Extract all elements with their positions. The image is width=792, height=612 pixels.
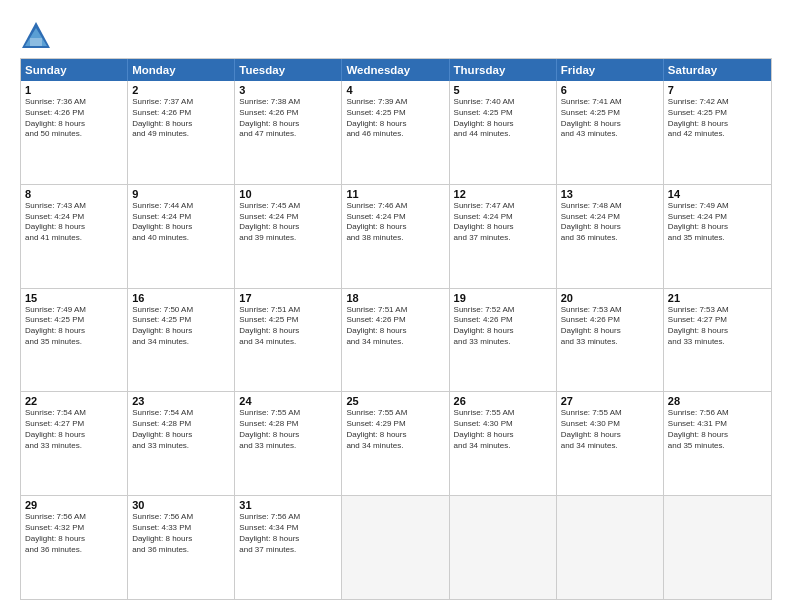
calendar-cell: 9Sunrise: 7:44 AM Sunset: 4:24 PM Daylig…: [128, 185, 235, 288]
calendar-cell: 7Sunrise: 7:42 AM Sunset: 4:25 PM Daylig…: [664, 81, 771, 184]
day-number: 19: [454, 292, 552, 304]
day-number: 5: [454, 84, 552, 96]
calendar-header-cell: Monday: [128, 59, 235, 81]
calendar-cell: 4Sunrise: 7:39 AM Sunset: 4:25 PM Daylig…: [342, 81, 449, 184]
cell-text: Sunrise: 7:47 AM Sunset: 4:24 PM Dayligh…: [454, 201, 552, 244]
calendar-cell: 11Sunrise: 7:46 AM Sunset: 4:24 PM Dayli…: [342, 185, 449, 288]
calendar-week: 22Sunrise: 7:54 AM Sunset: 4:27 PM Dayli…: [21, 391, 771, 495]
calendar-header-cell: Wednesday: [342, 59, 449, 81]
calendar-cell: 1Sunrise: 7:36 AM Sunset: 4:26 PM Daylig…: [21, 81, 128, 184]
day-number: 7: [668, 84, 767, 96]
day-number: 2: [132, 84, 230, 96]
cell-text: Sunrise: 7:44 AM Sunset: 4:24 PM Dayligh…: [132, 201, 230, 244]
calendar-cell: 28Sunrise: 7:56 AM Sunset: 4:31 PM Dayli…: [664, 392, 771, 495]
header: [20, 16, 772, 52]
cell-text: Sunrise: 7:36 AM Sunset: 4:26 PM Dayligh…: [25, 97, 123, 140]
calendar-week: 15Sunrise: 7:49 AM Sunset: 4:25 PM Dayli…: [21, 288, 771, 392]
calendar-cell: 8Sunrise: 7:43 AM Sunset: 4:24 PM Daylig…: [21, 185, 128, 288]
cell-text: Sunrise: 7:55 AM Sunset: 4:29 PM Dayligh…: [346, 408, 444, 451]
cell-text: Sunrise: 7:49 AM Sunset: 4:24 PM Dayligh…: [668, 201, 767, 244]
calendar-cell: 2Sunrise: 7:37 AM Sunset: 4:26 PM Daylig…: [128, 81, 235, 184]
day-number: 20: [561, 292, 659, 304]
calendar-cell: 31Sunrise: 7:56 AM Sunset: 4:34 PM Dayli…: [235, 496, 342, 599]
calendar-cell: [450, 496, 557, 599]
calendar-cell: [342, 496, 449, 599]
cell-text: Sunrise: 7:53 AM Sunset: 4:26 PM Dayligh…: [561, 305, 659, 348]
calendar-cell: 26Sunrise: 7:55 AM Sunset: 4:30 PM Dayli…: [450, 392, 557, 495]
day-number: 9: [132, 188, 230, 200]
cell-text: Sunrise: 7:55 AM Sunset: 4:30 PM Dayligh…: [454, 408, 552, 451]
page: SundayMondayTuesdayWednesdayThursdayFrid…: [0, 0, 792, 612]
cell-text: Sunrise: 7:43 AM Sunset: 4:24 PM Dayligh…: [25, 201, 123, 244]
cell-text: Sunrise: 7:56 AM Sunset: 4:33 PM Dayligh…: [132, 512, 230, 555]
calendar-header-row: SundayMondayTuesdayWednesdayThursdayFrid…: [21, 59, 771, 81]
cell-text: Sunrise: 7:46 AM Sunset: 4:24 PM Dayligh…: [346, 201, 444, 244]
day-number: 8: [25, 188, 123, 200]
day-number: 12: [454, 188, 552, 200]
calendar-cell: 19Sunrise: 7:52 AM Sunset: 4:26 PM Dayli…: [450, 289, 557, 392]
logo: [20, 20, 56, 52]
calendar-body: 1Sunrise: 7:36 AM Sunset: 4:26 PM Daylig…: [21, 81, 771, 599]
day-number: 25: [346, 395, 444, 407]
day-number: 6: [561, 84, 659, 96]
cell-text: Sunrise: 7:48 AM Sunset: 4:24 PM Dayligh…: [561, 201, 659, 244]
day-number: 23: [132, 395, 230, 407]
day-number: 28: [668, 395, 767, 407]
day-number: 22: [25, 395, 123, 407]
cell-text: Sunrise: 7:40 AM Sunset: 4:25 PM Dayligh…: [454, 97, 552, 140]
cell-text: Sunrise: 7:41 AM Sunset: 4:25 PM Dayligh…: [561, 97, 659, 140]
calendar-cell: 21Sunrise: 7:53 AM Sunset: 4:27 PM Dayli…: [664, 289, 771, 392]
calendar-cell: 25Sunrise: 7:55 AM Sunset: 4:29 PM Dayli…: [342, 392, 449, 495]
calendar-header-cell: Thursday: [450, 59, 557, 81]
cell-text: Sunrise: 7:42 AM Sunset: 4:25 PM Dayligh…: [668, 97, 767, 140]
day-number: 3: [239, 84, 337, 96]
cell-text: Sunrise: 7:54 AM Sunset: 4:28 PM Dayligh…: [132, 408, 230, 451]
calendar-header-cell: Friday: [557, 59, 664, 81]
day-number: 29: [25, 499, 123, 511]
day-number: 18: [346, 292, 444, 304]
cell-text: Sunrise: 7:38 AM Sunset: 4:26 PM Dayligh…: [239, 97, 337, 140]
calendar-cell: 14Sunrise: 7:49 AM Sunset: 4:24 PM Dayli…: [664, 185, 771, 288]
day-number: 1: [25, 84, 123, 96]
cell-text: Sunrise: 7:55 AM Sunset: 4:28 PM Dayligh…: [239, 408, 337, 451]
day-number: 13: [561, 188, 659, 200]
cell-text: Sunrise: 7:52 AM Sunset: 4:26 PM Dayligh…: [454, 305, 552, 348]
calendar-cell: 30Sunrise: 7:56 AM Sunset: 4:33 PM Dayli…: [128, 496, 235, 599]
cell-text: Sunrise: 7:45 AM Sunset: 4:24 PM Dayligh…: [239, 201, 337, 244]
calendar-header-cell: Sunday: [21, 59, 128, 81]
day-number: 4: [346, 84, 444, 96]
cell-text: Sunrise: 7:37 AM Sunset: 4:26 PM Dayligh…: [132, 97, 230, 140]
cell-text: Sunrise: 7:51 AM Sunset: 4:25 PM Dayligh…: [239, 305, 337, 348]
cell-text: Sunrise: 7:51 AM Sunset: 4:26 PM Dayligh…: [346, 305, 444, 348]
cell-text: Sunrise: 7:56 AM Sunset: 4:32 PM Dayligh…: [25, 512, 123, 555]
day-number: 26: [454, 395, 552, 407]
day-number: 27: [561, 395, 659, 407]
day-number: 14: [668, 188, 767, 200]
day-number: 16: [132, 292, 230, 304]
day-number: 30: [132, 499, 230, 511]
day-number: 10: [239, 188, 337, 200]
calendar-cell: 29Sunrise: 7:56 AM Sunset: 4:32 PM Dayli…: [21, 496, 128, 599]
calendar-header-cell: Saturday: [664, 59, 771, 81]
calendar: SundayMondayTuesdayWednesdayThursdayFrid…: [20, 58, 772, 600]
calendar-cell: 13Sunrise: 7:48 AM Sunset: 4:24 PM Dayli…: [557, 185, 664, 288]
calendar-week: 1Sunrise: 7:36 AM Sunset: 4:26 PM Daylig…: [21, 81, 771, 184]
day-number: 17: [239, 292, 337, 304]
cell-text: Sunrise: 7:54 AM Sunset: 4:27 PM Dayligh…: [25, 408, 123, 451]
cell-text: Sunrise: 7:50 AM Sunset: 4:25 PM Dayligh…: [132, 305, 230, 348]
calendar-cell: [557, 496, 664, 599]
calendar-week: 8Sunrise: 7:43 AM Sunset: 4:24 PM Daylig…: [21, 184, 771, 288]
calendar-cell: 12Sunrise: 7:47 AM Sunset: 4:24 PM Dayli…: [450, 185, 557, 288]
calendar-cell: 27Sunrise: 7:55 AM Sunset: 4:30 PM Dayli…: [557, 392, 664, 495]
calendar-cell: 16Sunrise: 7:50 AM Sunset: 4:25 PM Dayli…: [128, 289, 235, 392]
svg-rect-2: [30, 38, 42, 46]
cell-text: Sunrise: 7:56 AM Sunset: 4:31 PM Dayligh…: [668, 408, 767, 451]
cell-text: Sunrise: 7:49 AM Sunset: 4:25 PM Dayligh…: [25, 305, 123, 348]
calendar-cell: 15Sunrise: 7:49 AM Sunset: 4:25 PM Dayli…: [21, 289, 128, 392]
calendar-header-cell: Tuesday: [235, 59, 342, 81]
logo-icon: [20, 20, 52, 52]
cell-text: Sunrise: 7:53 AM Sunset: 4:27 PM Dayligh…: [668, 305, 767, 348]
cell-text: Sunrise: 7:55 AM Sunset: 4:30 PM Dayligh…: [561, 408, 659, 451]
day-number: 15: [25, 292, 123, 304]
calendar-cell: 22Sunrise: 7:54 AM Sunset: 4:27 PM Dayli…: [21, 392, 128, 495]
